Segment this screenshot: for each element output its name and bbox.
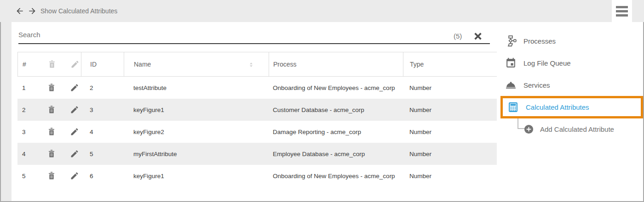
column-divider [269,52,269,76]
cell-type: Number [409,143,431,165]
sidebar-item-log-file-queue[interactable]: Log File Queue [505,57,571,69]
cell-type: Number [409,121,431,143]
service-cloche-icon [505,79,517,91]
sidebar-item-label: Log File Queue [523,59,571,67]
table-row: 3 4 keyFigure2 Damage Reporting - acme_c… [17,121,497,143]
row-index: 3 [22,121,26,143]
table-row: 4 5 myFirstAttribute Employee Database -… [17,143,497,165]
column-divider [403,52,403,76]
pencil-icon[interactable] [70,127,79,136]
add-calculated-attribute-button[interactable]: Add Calculated Attribute [523,124,614,135]
cell-type: Number [409,77,431,99]
pencil-icon[interactable] [70,149,79,158]
cell-id: 3 [90,99,93,121]
cell-process: Damage Reporting - acme_corp [273,121,361,143]
pencil-icon [70,60,80,69]
header-edit-column [70,52,80,76]
cell-type: Number [409,165,431,187]
cell-name: myFirstAttribute [133,143,177,165]
sidebar-item-calculated-attributes-selected[interactable]: Calculated Attributes [500,96,643,118]
cell-id: 4 [90,121,93,143]
search-input[interactable] [18,28,490,44]
trash-icon[interactable] [47,171,56,180]
processes-flowchart-icon [505,35,517,47]
forward-arrow-icon[interactable] [28,6,37,16]
cell-name: keyFigure2 [133,121,164,143]
cell-name: testAttribute [133,77,167,99]
back-arrow-icon[interactable] [15,6,24,16]
hamburger-bar [616,10,628,12]
app-window: Show Calculated Attributes (5) # [0,0,644,202]
cell-name: keyFigure1 [133,99,164,121]
header-name[interactable]: Name [134,52,151,76]
pencil-icon[interactable] [70,105,79,114]
topbar: Show Calculated Attributes [0,0,644,22]
calendar-event-icon [505,57,517,69]
row-index: 2 [22,99,26,121]
sidebar-item-processes[interactable]: Processes [505,35,556,47]
row-index: 1 [22,77,26,99]
result-count-badge: (5) [454,32,462,40]
cell-name: keyFigure1 [133,165,164,187]
clear-search-icon[interactable] [473,31,483,41]
hamburger-bar [616,14,628,17]
header-index: # [23,52,26,76]
cell-type: Number [409,99,431,121]
cell-id: 2 [90,77,93,99]
trash-icon[interactable] [47,127,56,136]
header-id: ID [90,52,97,76]
table-row: 1 2 testAttribute Onboarding of New Empl… [17,77,497,99]
header-process: Process [273,52,297,76]
pencil-icon[interactable] [70,83,79,92]
cell-process: Onboarding of New Employees - acme_corp [273,165,395,187]
add-item-label: Add Calculated Attribute [540,125,614,133]
table-body: 1 2 testAttribute Onboarding of New Empl… [17,77,497,187]
trash-icon[interactable] [47,83,56,92]
table-row: 2 3 keyFigure1 Customer Database - acme_… [17,99,497,121]
header-type: Type [410,52,424,76]
hamburger-bar [616,6,628,8]
page-title: Show Calculated Attributes [40,0,117,22]
cell-id: 5 [90,143,93,165]
sidebar-item-services[interactable]: Services [505,79,550,91]
cell-process: Customer Database - acme_corp [273,99,364,121]
cell-id: 6 [90,165,93,187]
sidebar-item-label: Processes [523,37,556,45]
trash-icon[interactable] [47,149,56,158]
table-row: 5 6 keyFigure1 Onboarding of New Employe… [17,165,497,187]
row-index: 5 [22,165,26,187]
sidebar-item-label: Calculated Attributes [526,103,589,111]
header-delete-column [47,52,57,76]
trash-icon [47,60,57,69]
hamburger-menu-icon[interactable] [612,0,632,22]
pencil-icon[interactable] [70,171,79,180]
calculator-icon [507,101,519,113]
cell-process: Onboarding of New Employees - acme_corp [273,77,395,99]
column-divider [81,52,81,76]
add-plus-circle-icon [523,124,534,135]
sort-icon[interactable] [247,61,255,69]
trash-icon[interactable] [47,105,56,114]
column-divider [124,52,124,76]
sidebar-item-label: Services [523,81,550,89]
row-index: 4 [22,143,26,165]
table-header-row: # ID Name Process Type [17,52,497,77]
cell-process: Employee Database - acme_corp [273,143,365,165]
